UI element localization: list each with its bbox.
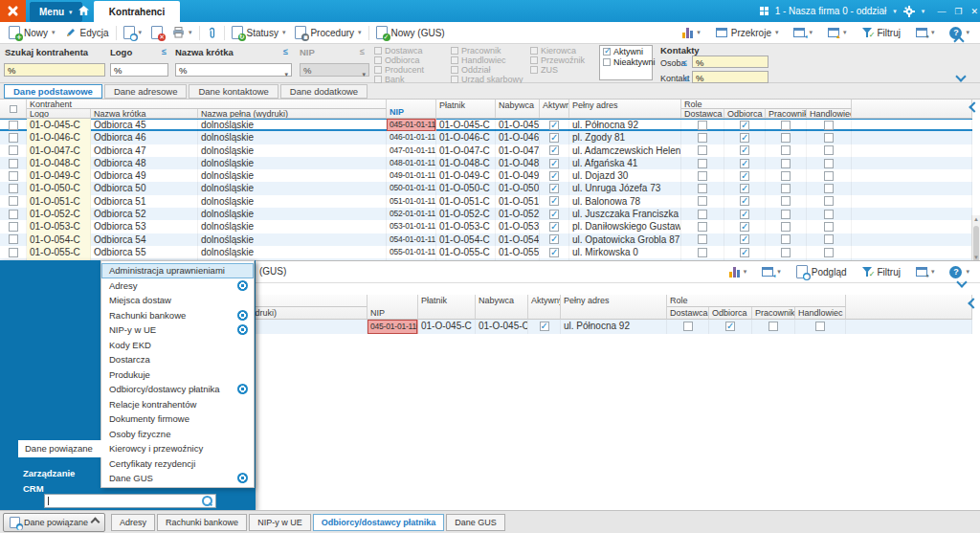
table-row[interactable]: 01-O-052-C Odbiorca 52 dolnośląskie 052-…	[0, 208, 972, 220]
new-button[interactable]: +Nowy▾	[4, 23, 60, 42]
menu-item[interactable]: NIP-y w UE	[101, 322, 254, 338]
row-checkbox[interactable]	[9, 196, 18, 206]
scroll-up-icon[interactable]: ▲	[972, 216, 980, 222]
alerts-button[interactable]: ▲▾	[823, 23, 852, 42]
menu-item[interactable]: Odbiorcy/dostawcy płatnika	[101, 382, 254, 397]
select-all-cell[interactable]	[0, 100, 27, 119]
row-checkbox[interactable]	[9, 159, 18, 168]
aktywny-checkbox[interactable]	[549, 196, 559, 206]
col-header-aktywny[interactable]: Aktywny	[528, 295, 561, 320]
pracownik-checkbox[interactable]	[781, 145, 791, 155]
handlowiec-checkbox[interactable]	[824, 210, 834, 219]
pracownik-checkbox[interactable]	[781, 159, 791, 168]
vertical-scrollbar[interactable]: ▲ ▼	[971, 215, 980, 261]
flyout-search-input[interactable]	[44, 494, 216, 508]
row-checkbox[interactable]	[9, 133, 18, 143]
aktywny-checkbox[interactable]	[549, 248, 559, 257]
col-header-dostawca[interactable]: Dostawca	[667, 307, 709, 320]
odbiorca-checkbox[interactable]	[740, 210, 749, 219]
col-header-aktywny[interactable]: Aktywny	[540, 100, 569, 119]
dostawca-checkbox[interactable]	[698, 145, 707, 155]
contact-operator[interactable]: ≤	[684, 74, 689, 83]
aktywny-checkbox[interactable]	[549, 121, 559, 130]
pracownik-checkbox[interactable]	[781, 121, 791, 130]
category-dane-powiazane[interactable]: Dane powiązane	[18, 440, 101, 457]
handlowiec-checkbox[interactable]	[824, 184, 834, 193]
handlowiec-checkbox[interactable]	[824, 234, 834, 244]
menu-item[interactable]: Produkuje	[101, 367, 254, 383]
role-filter-checkbox[interactable]: ZUS	[530, 66, 585, 75]
table-row[interactable]: 01-O-047-C Odbiorca 47 dolnośląskie 047-…	[0, 144, 972, 157]
filter-expand-down-icon[interactable]	[955, 71, 966, 81]
row-select-cell[interactable]	[0, 119, 27, 131]
odbiorca-checkbox[interactable]	[740, 234, 749, 244]
handlowiec-checkbox[interactable]	[824, 222, 834, 232]
handlowiec-checkbox[interactable]	[824, 159, 834, 168]
bottom-tab[interactable]: NIP-y w UE	[249, 514, 311, 531]
tab-kontrahenci[interactable]: Kontrahenci	[94, 1, 180, 22]
table-row[interactable]: 01-O-048-C Odbiorca 48 dolnośląskie 048-…	[0, 157, 972, 169]
table-row[interactable]: 01-O-053-C Odbiorca 53 dolnośląskie 053-…	[0, 220, 972, 233]
menu-item[interactable]: Kody EKD	[101, 338, 254, 353]
table-row[interactable]: 01-O-050-C Odbiorca 50 dolnośląskie 050-…	[0, 182, 972, 194]
aktywny-checkbox[interactable]	[549, 133, 559, 143]
procedures-button[interactable]: ▪Procedury▾	[290, 23, 366, 42]
odbiorca-checkbox[interactable]	[740, 171, 749, 181]
dostawca-checkbox[interactable]	[698, 133, 707, 143]
group-header-role[interactable]: Role	[667, 295, 846, 307]
related-data-button[interactable]: ● Dane powiązane	[3, 513, 105, 532]
category-zarzadzanie[interactable]: Zarządzanie	[23, 468, 75, 478]
panel-layout-button[interactable]: ◂▾	[789, 23, 817, 42]
bottom-tab[interactable]: Adresy	[111, 514, 155, 531]
short-name-operator[interactable]: ≤	[283, 47, 288, 56]
menu-button[interactable]: Menu▾	[30, 2, 82, 22]
row-checkbox[interactable]	[9, 234, 18, 244]
row-select-cell[interactable]	[0, 246, 27, 258]
odbiorca-checkbox[interactable]	[740, 159, 749, 168]
bottom-tab[interactable]: Rachunki bankowe	[157, 514, 247, 531]
aktywny-checkbox[interactable]	[549, 184, 559, 193]
select-all-checkbox[interactable]	[10, 105, 17, 113]
view-tab[interactable]: Dane adresowe	[104, 84, 188, 99]
col-header-handlowiec[interactable]: Handlowiec	[807, 109, 852, 119]
logo-operator[interactable]: ≤	[162, 47, 167, 56]
preview-button[interactable]: ●▾	[119, 23, 147, 42]
role-filter-checkbox[interactable]: Pracownik	[451, 47, 523, 56]
filter-button[interactable]: ✓Filtruj	[858, 23, 905, 42]
view-tab[interactable]: Dane podstawowe	[4, 84, 102, 99]
pracownik-checkbox[interactable]	[781, 184, 791, 193]
table-row[interactable]: 01-O-046-C Odbiorca 46 dolnośląskie 046-…	[0, 131, 972, 144]
col-header-pracownik[interactable]: Pracownik	[766, 109, 807, 119]
row-select-cell[interactable]	[0, 195, 27, 208]
col-header-nabywca[interactable]: Nabywca	[496, 100, 540, 119]
bottom-tab[interactable]: Dane GUS	[446, 514, 505, 531]
aktywny-checkbox[interactable]	[549, 145, 559, 155]
row-checkbox[interactable]	[9, 222, 18, 232]
view-tab[interactable]: Dane kontaktowe	[189, 84, 278, 99]
menu-item[interactable]: Kierowcy i przewoźnicy	[101, 441, 254, 456]
preview-button[interactable]: ●Podgląd	[791, 262, 852, 281]
delete-button[interactable]: ✕	[146, 23, 167, 42]
edit-button[interactable]: Edycja	[60, 23, 114, 42]
dostawca-checkbox[interactable]	[698, 159, 707, 168]
aktywny-checkbox[interactable]	[549, 234, 559, 244]
menu-item[interactable]: Miejsca dostaw	[101, 293, 254, 308]
row-select-cell[interactable]	[0, 169, 27, 182]
aktywny-checkbox[interactable]	[549, 222, 559, 232]
col-header-nip[interactable]: NIP	[368, 295, 418, 320]
chevron-down-icon[interactable]: ▾	[893, 8, 897, 15]
handlowiec-checkbox[interactable]	[824, 248, 834, 257]
col-header-pelny-adres[interactable]: Pełny adres	[569, 100, 681, 119]
logo-filter-input[interactable]: %	[110, 63, 168, 77]
pracownik-checkbox[interactable]	[781, 210, 791, 219]
dostawca-checkbox[interactable]	[698, 234, 707, 244]
col-header-odbiorca[interactable]: Odbiorca	[709, 307, 752, 320]
row-checkbox[interactable]	[9, 171, 18, 181]
row-select-cell[interactable]	[0, 131, 27, 144]
dostawca-checkbox[interactable]	[698, 196, 707, 206]
print-button[interactable]: ▾	[167, 23, 197, 42]
role-filter-checkbox[interactable]: Urząd skarbowy	[451, 75, 523, 83]
col-header-pracownik[interactable]: Pracownik	[752, 307, 795, 320]
person-operator[interactable]: ≤	[682, 58, 687, 68]
row-select-cell[interactable]	[0, 182, 27, 194]
